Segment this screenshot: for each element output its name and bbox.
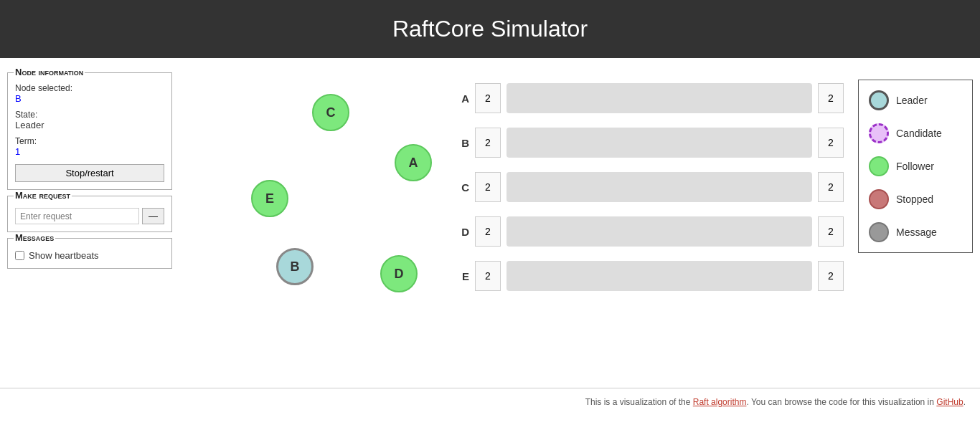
node-b[interactable]: B	[276, 248, 314, 285]
request-input[interactable]	[15, 208, 139, 224]
legend-circle-follower	[869, 156, 889, 176]
legend-circle-stopped	[869, 189, 889, 209]
state-value: Leader	[15, 120, 164, 130]
node-info-title: Node information	[14, 67, 85, 77]
log-row-c: C22	[456, 168, 844, 206]
log-label-b: B	[456, 137, 469, 149]
node-info-box: Node information Node selected: B State:…	[7, 72, 172, 190]
legend-label-message: Message	[896, 226, 937, 238]
log-bar-d	[507, 216, 812, 247]
log-row-a: A22	[456, 80, 844, 117]
log-label-a: A	[456, 92, 469, 105]
node-selected-label: Node selected:	[15, 83, 164, 93]
term-value: 1	[15, 146, 164, 157]
log-label-c: C	[456, 181, 469, 194]
log-num-right-d: 2	[818, 216, 844, 247]
left-panel: Node information Node selected: B State:…	[7, 72, 172, 381]
request-row: —	[15, 208, 164, 224]
footer-middle-text: . You can browse the code for this visua…	[746, 397, 936, 407]
node-d[interactable]: D	[380, 255, 418, 292]
log-bar-a	[507, 83, 812, 113]
make-request-title: Make request	[14, 190, 72, 201]
messages-box: Messages Show heartbeats	[7, 238, 172, 269]
log-num-left-c: 2	[475, 172, 501, 202]
footer-end-text: .	[963, 397, 966, 407]
messages-row: Show heartbeats	[15, 250, 164, 261]
node-e[interactable]: E	[251, 180, 288, 217]
log-row-e: E22	[456, 257, 844, 295]
stop-restart-button[interactable]: Stop/restart	[15, 164, 164, 182]
legend-circle-leader	[869, 90, 889, 110]
node-c[interactable]: C	[312, 94, 349, 131]
log-num-right-b: 2	[818, 128, 844, 158]
viz-area: CAEDB A22B22C22D22E22	[172, 72, 844, 381]
state-label: State:	[15, 110, 164, 120]
node-selected-value: B	[15, 93, 164, 104]
log-num-left-b: 2	[475, 128, 501, 158]
app-header: RaftCore Simulator	[0, 0, 980, 58]
legend-item-stopped: Stopped	[869, 189, 962, 209]
log-label-d: D	[456, 226, 469, 238]
log-num-left-d: 2	[475, 216, 501, 247]
log-bar-c	[507, 172, 812, 202]
raft-link[interactable]: Raft algorithm	[693, 397, 747, 407]
legend-label-stopped: Stopped	[896, 194, 933, 205]
show-heartbeats-checkbox[interactable]	[15, 251, 24, 260]
legend-box: LeaderCandidateFollowerStoppedMessage	[858, 80, 973, 253]
log-label-e: E	[456, 270, 469, 282]
footer-text: This is a visualization of the	[585, 397, 693, 407]
log-num-left-a: 2	[475, 83, 501, 113]
main-content: Node information Node selected: B State:…	[0, 58, 980, 388]
legend-circle-message	[869, 222, 889, 242]
app-title: RaftCore Simulator	[392, 16, 588, 42]
legend-item-candidate: Candidate	[869, 123, 962, 143]
log-num-right-c: 2	[818, 172, 844, 202]
legend-label-candidate: Candidate	[896, 128, 942, 139]
log-bar-b	[507, 128, 812, 158]
make-request-box: Make request —	[7, 196, 172, 232]
legend-item-message: Message	[869, 222, 962, 242]
legend-circle-candidate	[869, 123, 889, 143]
footer: This is a visualization of the Raft algo…	[0, 388, 980, 416]
github-link[interactable]: GitHub	[936, 397, 963, 407]
legend-item-leader: Leader	[869, 90, 962, 110]
log-row-b: B22	[456, 124, 844, 161]
log-bar-e	[507, 261, 812, 291]
legend-label-leader: Leader	[896, 95, 928, 106]
legend-label-follower: Follower	[896, 161, 934, 172]
node-a[interactable]: A	[395, 144, 432, 181]
log-num-right-a: 2	[818, 83, 844, 113]
request-submit-button[interactable]: —	[142, 208, 164, 224]
log-num-left-e: 2	[475, 261, 501, 291]
show-heartbeats-label: Show heartbeats	[29, 250, 99, 261]
log-num-right-e: 2	[818, 261, 844, 291]
log-row-d: D22	[456, 213, 844, 250]
term-label: Term:	[15, 136, 164, 146]
log-area: A22B22C22D22E22	[456, 72, 844, 295]
legend-item-follower: Follower	[869, 156, 962, 176]
messages-title: Messages	[14, 232, 55, 243]
node-info-content: Node selected: B State: Leader Term: 1 S…	[15, 83, 164, 182]
